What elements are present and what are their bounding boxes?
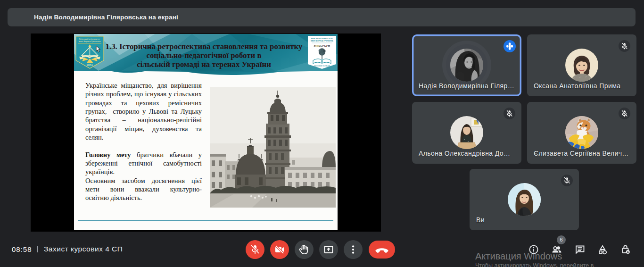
svg-text:ІМЕНІ БОРИСА ГРІНЧЕНКА: ІМЕНІ БОРИСА ГРІНЧЕНКА [311,40,333,42]
svg-text:1874: 1874 [86,64,93,67]
svg-text:ФАХОВИЙ КОЛЕДЖ: ФАХОВИЙ КОЛЕДЖ [314,65,330,67]
svg-text:КИЇВСЬКИЙ УНІВЕРСИТЕТ: КИЇВСЬКИЙ УНІВЕРСИТЕТ [311,38,334,40]
svg-text:УНІВЕРСУМ: УНІВЕРСУМ [314,44,330,47]
svg-text:імені Бориса Грінченка: імені Бориса Грінченка [79,40,101,42]
